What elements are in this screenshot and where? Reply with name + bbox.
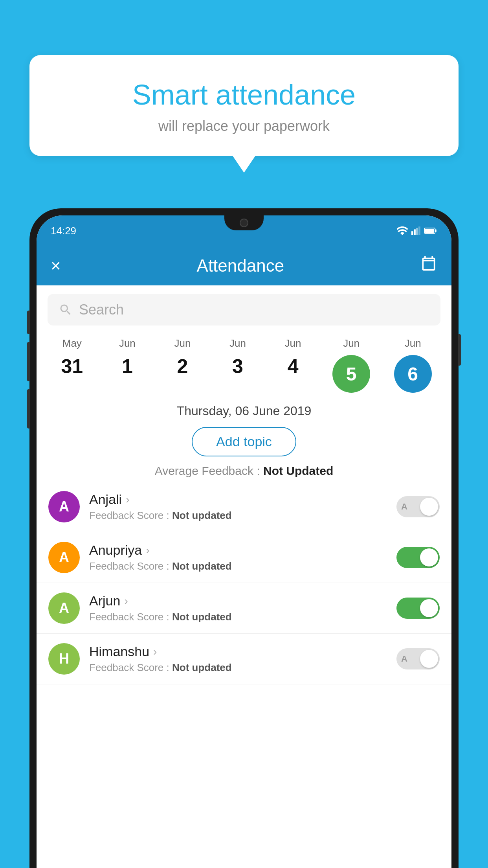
search-bar[interactable]: Search: [48, 294, 440, 326]
volume-up-button: [27, 311, 30, 334]
page-title: Attendance: [197, 256, 284, 276]
selected-date-label: Thursday, 06 June 2019: [37, 404, 451, 418]
status-icons: [396, 226, 437, 235]
student-name-arjun: Arjun: [89, 593, 120, 609]
notch: [224, 215, 264, 230]
toggle-arjun[interactable]: P: [396, 598, 440, 619]
student-item-anjali[interactable]: A Anjali › Feedback Score : Not updated …: [37, 482, 451, 532]
student-info-anjali: Anjali › Feedback Score : Not updated: [89, 492, 387, 522]
student-info-arjun: Arjun › Feedback Score : Not updated: [89, 593, 387, 623]
close-button[interactable]: ×: [51, 256, 61, 276]
student-item-himanshu[interactable]: H Himanshu › Feedback Score : Not update…: [37, 634, 451, 684]
student-item-arjun[interactable]: A Arjun › Feedback Score : Not updated P: [37, 583, 451, 634]
student-name-himanshu: Himanshu: [89, 644, 149, 659]
bubble-title: Smart attendance: [49, 79, 439, 111]
calendar-day-may31[interactable]: May 31: [56, 337, 88, 393]
student-info-himanshu: Himanshu › Feedback Score : Not updated: [89, 644, 387, 674]
svg-rect-1: [414, 229, 416, 235]
avatar-arjun: A: [48, 592, 80, 624]
chevron-icon: ›: [126, 493, 129, 506]
student-name-anupriya: Anupriya: [89, 542, 142, 558]
volume-down-button: [27, 342, 30, 381]
student-list: A Anjali › Feedback Score : Not updated …: [37, 482, 451, 684]
silent-button: [27, 389, 30, 428]
average-feedback: Average Feedback : Not Updated: [37, 464, 451, 478]
avatar-anupriya: A: [48, 542, 80, 573]
camera: [240, 219, 248, 227]
avatar-anjali: A: [48, 491, 80, 522]
add-topic-button[interactable]: Add topic: [192, 427, 296, 456]
svg-rect-6: [425, 229, 434, 233]
calendar-day-jun2[interactable]: Jun 2: [167, 337, 198, 393]
bubble-subtitle: will replace your paperwork: [49, 118, 439, 134]
status-bar: 14:29: [37, 215, 451, 246]
chevron-icon: ›: [153, 645, 157, 658]
search-icon: [59, 303, 73, 317]
calendar-day-jun1[interactable]: Jun 1: [112, 337, 143, 393]
chevron-icon: ›: [124, 595, 128, 607]
calendar-day-jun4[interactable]: Jun 4: [277, 337, 309, 393]
avatar-himanshu: H: [48, 643, 80, 675]
svg-rect-3: [418, 226, 420, 235]
search-input[interactable]: Search: [79, 302, 124, 318]
student-name-anjali: Anjali: [89, 492, 122, 507]
svg-rect-0: [411, 231, 413, 235]
calendar-row: May 31 Jun 1 Jun 2 Jun 3: [37, 326, 451, 393]
toggle-anjali[interactable]: A: [396, 496, 440, 517]
battery-icon: [424, 226, 437, 235]
calendar-day-jun5[interactable]: Jun 5: [332, 337, 370, 393]
signal-icon: [411, 226, 421, 235]
calendar-day-jun6[interactable]: Jun 6: [394, 337, 432, 393]
speech-bubble: Smart attendance will replace your paper…: [29, 55, 459, 156]
svg-rect-5: [435, 230, 436, 232]
svg-rect-2: [416, 228, 418, 235]
chevron-icon: ›: [146, 544, 149, 557]
power-button: [458, 334, 461, 366]
student-info-anupriya: Anupriya › Feedback Score : Not updated: [89, 542, 387, 572]
calendar-icon[interactable]: [420, 256, 437, 276]
wifi-icon: [396, 226, 408, 235]
calendar-day-jun3[interactable]: Jun 3: [222, 337, 253, 393]
toggle-himanshu[interactable]: A: [396, 648, 440, 669]
phone-frame: 14:29: [29, 208, 459, 868]
toggle-anupriya[interactable]: P: [396, 547, 440, 568]
student-item-anupriya[interactable]: A Anupriya › Feedback Score : Not update…: [37, 532, 451, 583]
app-header: × Attendance: [37, 246, 451, 285]
status-time: 14:29: [51, 225, 76, 237]
